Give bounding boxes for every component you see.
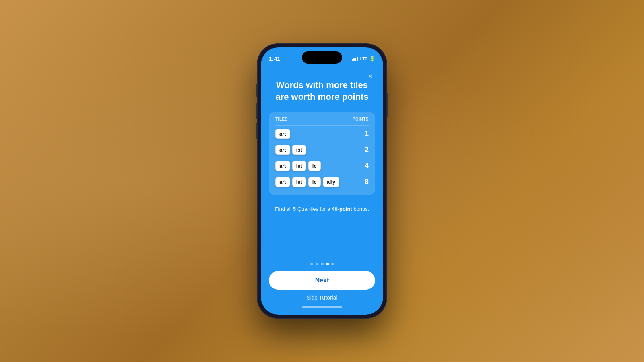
points-4: 8 — [365, 178, 369, 186]
home-indicator — [302, 306, 342, 308]
dot-3 — [321, 263, 324, 265]
tiles-group-1: art — [275, 129, 290, 139]
tiles-group-2: art ist — [275, 145, 306, 155]
lte-label: LTE — [360, 57, 367, 61]
table-row: art ist 2 — [275, 142, 369, 158]
volume-up-button — [256, 103, 257, 119]
dot-1 — [310, 263, 313, 265]
dynamic-island — [302, 51, 342, 64]
phone-frame: 1:41 LTE 🔋 × Words wi — [258, 44, 386, 318]
phone-wrapper: 1:41 LTE 🔋 × Words wi — [258, 44, 386, 318]
close-button[interactable]: × — [365, 72, 375, 81]
tile-ic-4: ic — [308, 177, 321, 187]
bonus-text: Find all 5 Quartiles for a 40-point bonu… — [269, 205, 375, 213]
page-title: Words with more tiles are worth more poi… — [269, 80, 375, 103]
status-icons: LTE 🔋 — [352, 56, 375, 62]
tile-ally-4: ally — [323, 177, 340, 187]
tile-art-2: art — [275, 145, 290, 155]
mute-button — [256, 84, 257, 97]
table-row: art ist ic ally 8 — [275, 174, 369, 190]
signal-icon — [352, 57, 358, 61]
page-dots — [269, 263, 375, 265]
tile-ic-3: ic — [308, 161, 321, 171]
tile-art-3: art — [275, 161, 290, 171]
dot-2 — [316, 263, 318, 265]
skip-tutorial-button[interactable]: Skip Tutorial — [269, 294, 375, 301]
table-row: art 1 — [275, 125, 369, 142]
tiles-table: TILES POINTS art 1 art ist — [269, 112, 375, 195]
tile-art-1: art — [275, 129, 290, 139]
table-header: TILES POINTS — [275, 117, 369, 121]
next-button[interactable]: Next — [269, 271, 375, 290]
tile-ist-4: ist — [292, 177, 306, 187]
bonus-prefix: Find all 5 Quartiles for a — [275, 206, 332, 212]
tile-ist-3: ist — [292, 161, 306, 171]
points-3: 4 — [365, 162, 369, 170]
spacer — [269, 213, 375, 263]
bonus-highlight: 40-point — [332, 206, 352, 212]
points-1: 1 — [365, 130, 369, 138]
phone-screen: 1:41 LTE 🔋 × Words wi — [261, 47, 383, 315]
bonus-suffix: bonus. — [352, 206, 369, 212]
volume-down-button — [256, 123, 257, 139]
tile-ist-2: ist — [292, 145, 306, 155]
header-points: POINTS — [353, 117, 369, 121]
table-row: art ist ic 4 — [275, 158, 369, 174]
status-time: 1:41 — [269, 56, 280, 62]
points-2: 2 — [365, 146, 369, 154]
dot-4-active — [326, 263, 329, 265]
screen-content: × Words with more tiles are worth more p… — [261, 68, 383, 315]
tiles-group-3: art ist ic — [275, 161, 321, 171]
battery-icon: 🔋 — [369, 56, 375, 62]
tile-art-4: art — [275, 177, 290, 187]
tiles-group-4: art ist ic ally — [275, 177, 339, 187]
dot-5 — [331, 263, 334, 265]
power-button — [387, 93, 388, 117]
header-tiles: TILES — [275, 117, 288, 121]
